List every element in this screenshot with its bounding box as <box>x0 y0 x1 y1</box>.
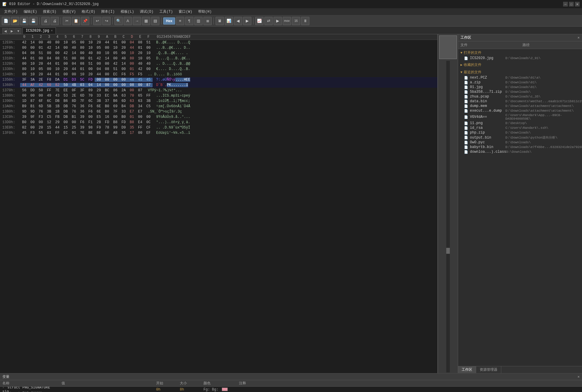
workspace-close-icon[interactable]: ✕ <box>578 35 580 40</box>
tb-find2[interactable]: A <box>124 17 132 25</box>
recent-file-next-pcz[interactable]: 📄 next.PCZ D:\Downloads\01\a\ <box>458 75 582 80</box>
tb-hex-mode[interactable]: Hex <box>163 17 175 25</box>
tb-save-all[interactable]: 💾 <box>29 17 38 25</box>
menu-template[interactable]: 模板(L) <box>118 9 137 15</box>
recent-file-dump-mem[interactable]: 📄 dump.mem D:\Downloads\attachment\attac… <box>458 104 582 108</box>
var-header-note: 注释 <box>237 380 582 386</box>
recent-file-5ba358[interactable]: 📄 5ba358...71.zip D:\Downloads\ <box>458 90 582 94</box>
tb-convert[interactable]: ⇄ <box>264 17 273 25</box>
hex-row-12e0[interactable]: 12E0h: 42140040 80100500 10204401 000408… <box>0 40 437 45</box>
tb-pause[interactable]: ⏸ <box>301 17 309 25</box>
hex-row-13e0[interactable]: 13E0h: 02002015 44152539 98F97899 D935FF… <box>0 125 437 130</box>
tb-select2[interactable]: ▤ <box>151 17 159 25</box>
tb-paste[interactable]: 📌 <box>81 17 89 25</box>
tb-lines[interactable]: ▥ <box>194 17 203 25</box>
tb-calc[interactable]: 🖩 <box>216 17 224 25</box>
recent-file-output-bin[interactable]: 📄 output.bin D:\Downloads\python逆向分析\ <box>458 135 582 140</box>
hex-row-13a0[interactable]: 13A0h: B9B16D5B 1BDB7636 F66EB069 B4DB34… <box>0 104 437 109</box>
menu-file[interactable]: 文件(F) <box>1 9 21 15</box>
variables-close-icon[interactable]: ✕ <box>578 375 580 379</box>
tb-cut[interactable]: ✂ <box>63 17 71 25</box>
tb-open[interactable]: 📂 <box>11 17 19 25</box>
recent-header[interactable]: ▼ 最近的文件 <box>458 69 582 75</box>
menu-view[interactable]: 视图(V) <box>59 9 79 15</box>
menu-format[interactable]: 格式(O) <box>79 9 98 15</box>
tb-select[interactable]: ▦ <box>142 17 150 25</box>
hex-row-13d0[interactable]: 13D0h: B0000012 290000F6 F12BFDB8 FDB8E4… <box>0 120 437 125</box>
variables-table[interactable]: 名称 值 开始 大小 颜色 注释 › struct PNG_SIGNATURE … <box>0 380 582 392</box>
recent-file-id-rsa[interactable]: 📄 id_rsa C:\Users\Randark\.ssh\ <box>458 126 582 130</box>
tb-para[interactable]: ¶ <box>185 17 193 25</box>
hex-row-1360[interactable]: 1360h: 44AF4260 82 504B03 04140000 00080… <box>0 82 437 88</box>
menu-edit[interactable]: 编辑(E) <box>21 9 40 15</box>
tab-next-arrow[interactable]: ▶ <box>9 28 15 34</box>
hex-row-13c0[interactable]: 13C0h: 399FF3C5 FBDBB139 00E51600 B00100… <box>0 114 437 120</box>
tb-prev[interactable]: ◀ <box>234 17 242 25</box>
tb-new[interactable]: 📄 <box>2 17 10 25</box>
tb-chart[interactable]: 📈 <box>255 17 263 25</box>
recent-file-data-bin[interactable]: 📄 data.bin D:\Documents\WeChat...eaab1c6… <box>458 99 582 104</box>
recent-file-php-zip[interactable]: 📄 php.zip D:\Downloads\ <box>458 130 582 135</box>
tab-ics2020[interactable]: ICS2020.jpg × <box>22 27 56 34</box>
hex-row-1330[interactable]: 1330h: 80100500 10204401 00040851 000142… <box>0 66 437 72</box>
recent-file-execute-dump[interactable]: 📄 execut...e.dump D:\Downloads\attachmen… <box>458 108 582 113</box>
tb-stats[interactable]: 📊 <box>225 17 233 25</box>
tb-redo[interactable]: ↪ <box>102 17 111 25</box>
hex-row-1380[interactable]: 1380h: 00000049 43532E6D 7033EC9A 637065… <box>0 93 437 98</box>
hex-row-1350[interactable]: 1350h: 3F3A2EF8 DAD1D35C FD 000000 00484… <box>0 77 437 82</box>
hex-row-1390[interactable]: 1390h: 1D876F6C DBB68D7F 6C3B37B6 6D6363… <box>0 98 437 104</box>
tb-undo[interactable]: ↩ <box>93 17 101 25</box>
recent-file-downloa-class[interactable]: 📄 downloa...).class D:\Downloads\ <box>458 149 582 154</box>
hex-row-12f0[interactable]: 12F0h: 00000142 14004080 10050010 204401… <box>0 45 437 51</box>
workspace-tab[interactable]: 工作区 <box>458 366 476 373</box>
tb-copy[interactable]: 📋 <box>72 17 80 25</box>
hex-row-1320[interactable]: 1320h: 00102044 01000408 51000042 140040… <box>0 61 437 66</box>
maximize-button[interactable]: □ <box>569 2 574 6</box>
hex-row-13b0[interactable]: 13B0h: 9D9D763B 1BDB7636 F66EB07F 33E7E7… <box>0 109 437 114</box>
hex-row-1300[interactable]: 1300h: 04085100 00421400 40801005 001020… <box>0 51 437 56</box>
collected-header[interactable]: ▶ 收藏的文件 <box>458 62 582 68</box>
tb-save[interactable]: 💾 <box>20 17 28 25</box>
file-tree[interactable]: ▼ 打开的文件 📄 ICS2020.jpg D:\Downloads\2_91\… <box>458 49 582 366</box>
menu-debug[interactable]: 调试(D) <box>137 9 156 15</box>
tb-print[interactable]: 🖨 <box>41 17 50 25</box>
tab-close-icon[interactable]: × <box>51 29 53 32</box>
open-file-ics2020[interactable]: 📄 ICS2020.jpg D:\Downloads\2_91\ <box>458 56 582 61</box>
recent-file-owo-pyc[interactable]: 📄 OwO.pyc D:\Downloads\ <box>458 140 582 145</box>
recent-file-babyrtb[interactable]: 📄 babyrtb.bin D:\Downloads\e7f4bbe...632… <box>458 145 582 149</box>
var-row-0[interactable]: › struct PNG_SIGNATURE sig 0h 8h Fg: Bg: <box>0 387 582 392</box>
tb-print2[interactable]: 🖨 <box>51 17 59 25</box>
tb-16[interactable]: 16 <box>292 17 300 25</box>
close-button[interactable]: ✕ <box>575 2 580 6</box>
recent-file-11-png[interactable]: 📄 11.png D:\Desktop\ <box>458 121 582 126</box>
menu-search[interactable]: 搜索(S) <box>40 9 59 15</box>
title-bar-controls[interactable]: ─ □ ✕ <box>563 2 580 6</box>
minimize-button[interactable]: ─ <box>563 2 568 6</box>
menu-help[interactable]: 帮助(H) <box>195 9 215 15</box>
recent-file-zhua[interactable]: 📄 zhua.pcap D:\Downloads\c_35\ <box>458 94 582 99</box>
tb-mov[interactable]: mov <box>283 17 291 25</box>
menu-window[interactable]: 窗口(W) <box>176 9 195 15</box>
hex-row-1370[interactable]: 1370h: 56DD50FF 7EEE0F3F 8929BC86 2A0007… <box>0 88 437 93</box>
resource-manager-tab[interactable]: 资源管理器 <box>476 366 501 373</box>
tb-layout[interactable]: ≣ <box>203 17 212 25</box>
tab-nav-arrows[interactable]: ◀ ▶ ▼ <box>1 28 22 34</box>
tb-col[interactable]: ≡ <box>176 17 184 25</box>
hex-body[interactable]: 12E0h: 42140040 80100500 10204401 000408… <box>0 40 437 373</box>
recent-file-vgv4da[interactable]: 📄 VGV4dA== C:\Users\Randark\App...-89C8-… <box>458 113 582 121</box>
menu-script[interactable]: 脚本(I) <box>98 9 118 15</box>
recent-file-a-zip[interactable]: 📄 a.zip D:\Downloads\01\ <box>458 80 582 85</box>
tb-goto[interactable]: → <box>133 17 141 25</box>
tab-prev-arrow[interactable]: ◀ <box>2 28 8 34</box>
tb-script[interactable]: ▶ <box>274 17 282 25</box>
tab-bar: ◀ ▶ ▼ ICS2020.jpg × <box>0 27 582 34</box>
hex-row-1340[interactable]: 1340h: 00102044 01000010 204400EC F6F5F5… <box>0 72 437 77</box>
tb-find[interactable]: 🔍 <box>114 17 123 25</box>
hex-row-1310[interactable]: 1310h: 44010004 08510000 01421400 408010… <box>0 56 437 61</box>
open-files-header[interactable]: ▼ 打开的文件 <box>458 50 582 56</box>
menu-tools[interactable]: 工具(T) <box>156 9 176 15</box>
recent-file-01-jpg[interactable]: 📄 01.jpg D:\Downloads\01\ <box>458 85 582 90</box>
tb-next[interactable]: ▶ <box>243 17 251 25</box>
hex-row-13f0[interactable]: 13F0h: 45F35561 FFEC917E BEBE0FAB 351700… <box>0 130 437 136</box>
tab-menu-arrow[interactable]: ▼ <box>15 28 21 34</box>
